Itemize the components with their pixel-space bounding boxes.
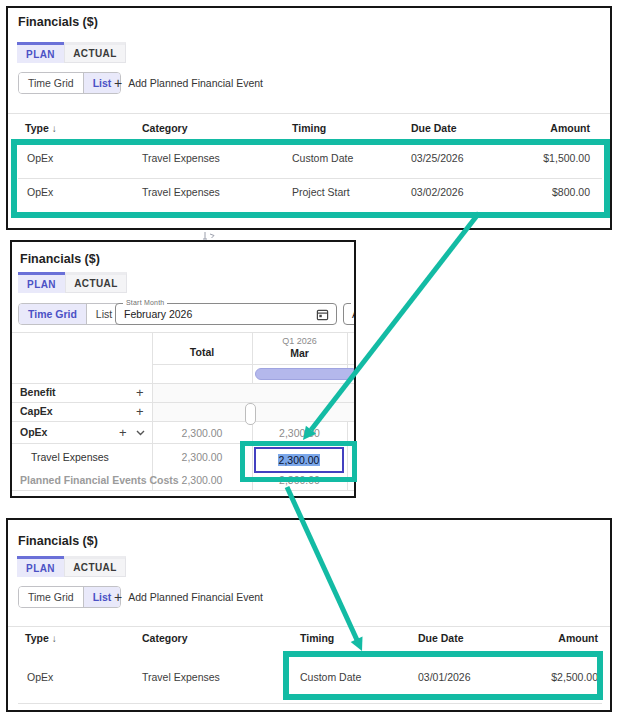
column-header-timing[interactable]: Timing xyxy=(300,632,334,644)
view-toggle: Time Grid List xyxy=(18,303,122,325)
start-month-field[interactable]: Start Month February 2026 xyxy=(115,303,337,325)
chevron-down-icon[interactable] xyxy=(136,430,145,436)
column-header-due-date[interactable]: Due Date xyxy=(418,632,464,644)
cell-category: Travel Expenses xyxy=(142,152,220,164)
cell-category: Travel Expenses xyxy=(142,671,220,683)
cell-type: OpEx xyxy=(27,186,53,198)
row-label-benefit: Benefit xyxy=(20,386,56,398)
travel-total-value: 2,300.00 xyxy=(152,451,252,463)
add-planned-financial-event-button[interactable]: + Add Planned Financial Event xyxy=(114,72,263,94)
financials-list-panel-top: Financials ($) PLAN ACTUAL Time Grid Lis… xyxy=(6,6,612,230)
panel-content: Financials ($) PLAN ACTUAL Time Grid Lis… xyxy=(8,520,610,710)
cell-timing: Custom Date xyxy=(300,671,361,683)
column-header-category[interactable]: Category xyxy=(142,122,188,134)
grid-line xyxy=(12,490,354,491)
column-header-timing[interactable]: Timing xyxy=(292,122,326,134)
row-label-opex: OpEx xyxy=(20,426,47,438)
cell-amount: $800.00 xyxy=(552,186,590,198)
cell-timing: Project Start xyxy=(292,186,350,198)
plus-icon: + xyxy=(114,76,122,90)
quarter-header: Q1 2026 xyxy=(252,336,347,346)
empty-cells xyxy=(153,384,354,402)
divider xyxy=(8,626,610,627)
row-label-capex: CapEx xyxy=(20,405,53,417)
add-capex-icon[interactable]: + xyxy=(136,405,144,418)
view-toggle-time-grid[interactable]: Time Grid xyxy=(19,73,83,93)
row-label-travel-expenses: Travel Expenses xyxy=(31,451,109,463)
column-header-category[interactable]: Category xyxy=(142,632,188,644)
gantt-bar xyxy=(255,368,354,380)
sort-desc-icon: ↓ xyxy=(52,123,57,134)
financials-time-grid-panel: Financials ($) PLAN ACTUAL Time Grid Lis… xyxy=(10,240,356,498)
grid-line xyxy=(12,332,354,333)
financials-list-panel-bottom: Financials ($) PLAN ACTUAL Time Grid Lis… xyxy=(6,518,612,712)
cell-amount: $1,500.00 xyxy=(543,152,590,164)
cell-due-date: 03/02/2026 xyxy=(411,186,464,198)
planned-month-value: 2,300.00 xyxy=(252,474,347,486)
view-toggle: Time Grid List xyxy=(18,586,121,608)
column-header-type[interactable]: Type↓ xyxy=(25,122,57,134)
opex-total-value: 2,300.00 xyxy=(152,427,252,439)
add-benefit-icon[interactable]: + xyxy=(136,386,144,399)
cell-due-date: 03/25/2026 xyxy=(411,152,464,164)
row-divider xyxy=(18,703,602,704)
view-toggle: Time Grid List xyxy=(18,72,121,94)
cell-timing: Custom Date xyxy=(292,152,353,164)
screenshot-canvas: Financials ($) PLAN ACTUAL Time Grid Lis… xyxy=(0,0,619,715)
cell-category: Travel Expenses xyxy=(142,186,220,198)
sort-desc-icon: ↓ xyxy=(52,633,57,644)
row-divider xyxy=(18,178,602,179)
column-header-due-date[interactable]: Due Date xyxy=(411,122,457,134)
opex-month-value: 2,300.00 xyxy=(252,427,347,439)
column-header-type[interactable]: Type↓ xyxy=(25,632,57,644)
cell-due-date: 03/01/2026 xyxy=(418,671,471,683)
tab-plan[interactable]: PLAN xyxy=(17,42,64,63)
planned-total-value: 2,300.00 xyxy=(152,474,252,486)
page-title: Financials ($) xyxy=(20,252,100,266)
grid-line xyxy=(12,421,354,422)
tab-actual[interactable]: ACTUAL xyxy=(65,272,127,293)
cell-amount: $2,500.00 xyxy=(551,671,598,683)
cell-type: OpEx xyxy=(27,671,53,683)
tab-actual[interactable]: ACTUAL xyxy=(64,42,126,63)
end-month-value-fragment: A xyxy=(352,304,356,324)
column-header-amount[interactable]: Amount xyxy=(558,632,598,644)
add-event-label: Add Planned Financial Event xyxy=(128,77,263,89)
tab-plan[interactable]: PLAN xyxy=(17,556,64,577)
add-planned-financial-event-button[interactable]: + Add Planned Financial Event xyxy=(114,586,263,608)
start-month-value: February 2026 xyxy=(124,304,192,324)
cursor-artifact-icon xyxy=(202,231,216,241)
total-column-header: Total xyxy=(152,346,252,358)
tab-actual[interactable]: ACTUAL xyxy=(64,556,126,577)
cell-type: OpEx xyxy=(27,152,53,164)
scrollbar-thumb[interactable] xyxy=(245,403,256,425)
page-title: Financials ($) xyxy=(18,534,98,548)
selected-text: 2,300.00 xyxy=(278,454,321,466)
panel-content: Financials ($) PLAN ACTUAL Time Grid Lis… xyxy=(8,8,610,228)
column-header-amount[interactable]: Amount xyxy=(550,122,590,134)
month-column-header: Mar xyxy=(252,347,347,359)
month-value-edit-input[interactable]: 2,300.00 xyxy=(254,447,344,473)
divider xyxy=(8,113,610,114)
view-toggle-time-grid[interactable]: Time Grid xyxy=(19,304,86,324)
plus-icon: + xyxy=(114,590,122,604)
tab-plan[interactable]: PLAN xyxy=(18,272,65,293)
view-toggle-time-grid[interactable]: Time Grid xyxy=(19,587,83,607)
panel-content: Financials ($) PLAN ACTUAL Time Grid Lis… xyxy=(12,242,354,496)
end-month-field-clipped[interactable]: E A xyxy=(343,303,356,325)
add-opex-icon[interactable]: + xyxy=(119,426,127,439)
grid-line xyxy=(12,443,354,444)
add-event-label: Add Planned Financial Event xyxy=(128,591,263,603)
grid-line xyxy=(152,364,354,365)
calendar-icon[interactable] xyxy=(316,308,329,321)
page-title: Financials ($) xyxy=(18,15,98,29)
